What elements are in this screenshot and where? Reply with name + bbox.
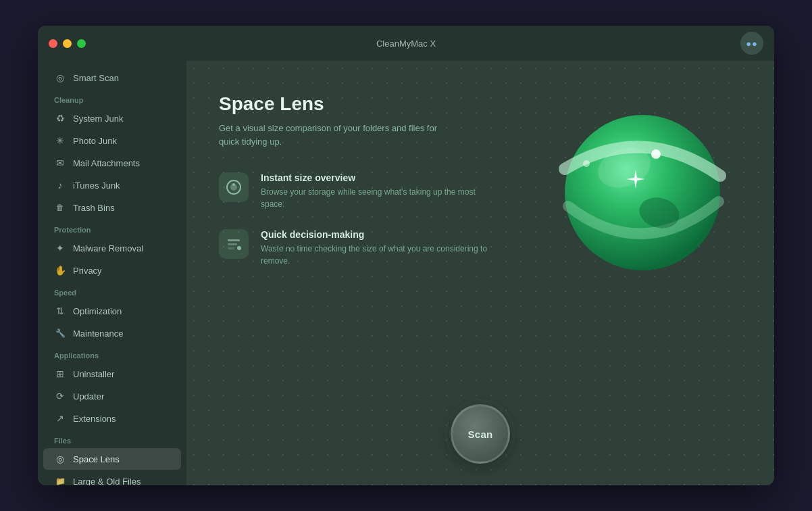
trash-bins-icon: 🗑 bbox=[54, 201, 66, 214]
smart-scan-icon: ◎ bbox=[54, 72, 66, 84]
sidebar-item-space-lens-label: Space Lens bbox=[73, 454, 120, 464]
sidebar-item-smart-scan-label: Smart Scan bbox=[73, 73, 119, 83]
itunes-junk-icon: ♪ bbox=[54, 179, 66, 191]
sidebar-item-system-junk-label: System Junk bbox=[73, 114, 123, 124]
menu-dots-button[interactable]: ●● bbox=[740, 32, 763, 55]
sidebar-item-updater-label: Updater bbox=[73, 391, 104, 402]
window-title: CleanMyMac X bbox=[376, 39, 436, 49]
close-button[interactable] bbox=[49, 39, 57, 48]
scan-button-container: Scan bbox=[451, 404, 510, 464]
sidebar-item-trash-bins-label: Trash Bins bbox=[73, 203, 115, 213]
sidebar-section-applications: Applications bbox=[38, 345, 186, 362]
sidebar-item-itunes-junk[interactable]: ♪ iTunes Junk bbox=[43, 174, 181, 196]
sidebar-item-maintenance[interactable]: 🔧 Maintenance bbox=[43, 322, 181, 344]
minimize-button[interactable] bbox=[63, 39, 72, 48]
svg-rect-4 bbox=[228, 243, 237, 245]
scan-button[interactable]: Scan bbox=[451, 404, 510, 464]
privacy-icon: ✋ bbox=[54, 264, 66, 276]
feature-item-quick-decision: Quick decision-making Waste no time chec… bbox=[219, 229, 489, 267]
svg-point-6 bbox=[237, 246, 241, 250]
sidebar-item-smart-scan[interactable]: ◎ Smart Scan bbox=[43, 67, 181, 89]
extensions-icon: ↗ bbox=[54, 412, 66, 424]
sidebar-item-extensions[interactable]: ↗ Extensions bbox=[43, 408, 181, 429]
optimization-icon: ⇅ bbox=[54, 305, 66, 317]
instant-size-overview-icon bbox=[219, 172, 249, 202]
sidebar-item-system-junk[interactable]: ♻ System Junk bbox=[43, 107, 181, 129]
sidebar-item-optimization[interactable]: ⇅ Optimization bbox=[43, 300, 181, 322]
sidebar-item-privacy[interactable]: ✋ Privacy bbox=[43, 260, 181, 281]
malware-removal-icon: ✦ bbox=[54, 242, 66, 254]
dots-icon: ●● bbox=[746, 39, 758, 48]
sidebar-item-malware-removal[interactable]: ✦ Malware Removal bbox=[43, 237, 181, 259]
svg-rect-3 bbox=[228, 239, 240, 241]
content-area: ◎ Smart Scan Cleanup ♻ System Junk ✳ Pho… bbox=[38, 61, 774, 485]
feature-item-quick-decision-text: Quick decision-making Waste no time chec… bbox=[261, 229, 489, 267]
svg-point-9 bbox=[651, 149, 661, 159]
feature-subtitle: Get a visual size comparison of your fol… bbox=[219, 122, 449, 148]
sidebar-item-itunes-junk-label: iTunes Junk bbox=[73, 180, 120, 191]
sidebar-item-updater[interactable]: ⟳ Updater bbox=[43, 385, 181, 407]
sidebar-item-mail-attachments[interactable]: ✉ Mail Attachments bbox=[43, 152, 181, 174]
space-lens-icon: ◎ bbox=[54, 453, 66, 465]
feature-item-instant-size-desc: Browse your storage while seeing what's … bbox=[261, 186, 489, 210]
svg-point-2 bbox=[232, 183, 235, 186]
feature-item-quick-decision-desc: Waste no time checking the size of what … bbox=[261, 243, 489, 267]
titlebar-right: ●● bbox=[740, 32, 763, 55]
sidebar-section-speed: Speed bbox=[38, 282, 186, 299]
svg-point-7 bbox=[565, 115, 720, 270]
sidebar-item-large-old-files[interactable]: 📁 Large & Old Files bbox=[43, 470, 181, 485]
sidebar-item-optimization-label: Optimization bbox=[73, 306, 122, 316]
sidebar-item-trash-bins[interactable]: 🗑 Trash Bins bbox=[43, 197, 181, 218]
updater-icon: ⟳ bbox=[54, 390, 66, 402]
sidebar-section-protection: Protection bbox=[38, 219, 186, 237]
maximize-button[interactable] bbox=[77, 39, 86, 48]
sidebar-item-photo-junk[interactable]: ✳ Photo Junk bbox=[43, 130, 181, 151]
system-junk-icon: ♻ bbox=[54, 112, 66, 124]
sidebar-section-files: Files bbox=[38, 430, 186, 447]
feature-item-quick-decision-title: Quick decision-making bbox=[261, 229, 489, 240]
feature-item-instant-size: Instant size overview Browse your storag… bbox=[219, 172, 489, 210]
sidebar-item-privacy-label: Privacy bbox=[73, 266, 102, 276]
maintenance-icon: 🔧 bbox=[54, 327, 66, 339]
svg-point-11 bbox=[583, 160, 590, 167]
sidebar-item-uninstaller[interactable]: ⊞ Uninstaller bbox=[43, 363, 181, 385]
sidebar: ◎ Smart Scan Cleanup ♻ System Junk ✳ Pho… bbox=[38, 61, 186, 485]
feature-item-instant-size-text: Instant size overview Browse your storag… bbox=[261, 172, 489, 210]
mail-attachments-icon: ✉ bbox=[54, 157, 66, 169]
quick-decision-making-icon bbox=[219, 229, 249, 259]
sidebar-item-extensions-label: Extensions bbox=[73, 414, 116, 424]
titlebar: CleanMyMac X ●● bbox=[38, 26, 774, 61]
svg-rect-5 bbox=[228, 247, 234, 249]
app-window: CleanMyMac X ●● ◎ Smart Scan Cleanup ♻ S… bbox=[38, 26, 774, 485]
feature-item-instant-size-title: Instant size overview bbox=[261, 172, 489, 183]
uninstaller-icon: ⊞ bbox=[54, 368, 66, 380]
traffic-lights bbox=[49, 39, 86, 48]
sidebar-item-photo-junk-label: Photo Junk bbox=[73, 136, 117, 146]
main-panel: Space Lens Get a visual size comparison … bbox=[186, 61, 774, 485]
sidebar-item-uninstaller-label: Uninstaller bbox=[73, 369, 114, 379]
sidebar-section-cleanup: Cleanup bbox=[38, 89, 186, 107]
planet-illustration bbox=[531, 81, 747, 297]
sidebar-item-large-old-files-label: Large & Old Files bbox=[73, 477, 141, 486]
sidebar-item-mail-attachments-label: Mail Attachments bbox=[73, 158, 140, 168]
sidebar-item-malware-removal-label: Malware Removal bbox=[73, 243, 143, 253]
sidebar-item-space-lens[interactable]: ◎ Space Lens bbox=[43, 448, 181, 470]
large-old-files-icon: 📁 bbox=[54, 475, 66, 485]
sidebar-item-maintenance-label: Maintenance bbox=[73, 328, 123, 339]
photo-junk-icon: ✳ bbox=[54, 135, 66, 147]
